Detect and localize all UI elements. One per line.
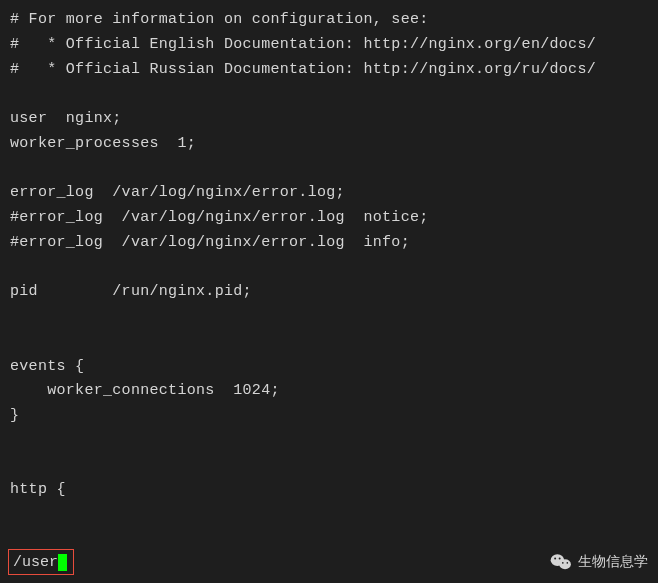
code-line: # * Official English Documentation: http… <box>10 36 596 53</box>
code-line: # * Official Russian Documentation: http… <box>10 61 596 78</box>
code-line: worker_connections 1024; <box>10 382 280 399</box>
search-prefix: / <box>13 554 22 571</box>
code-line: # For more information on configuration,… <box>10 11 429 28</box>
code-line: pid /run/nginx.pid; <box>10 283 252 300</box>
code-line: http { <box>10 481 66 498</box>
search-query: user <box>22 554 58 571</box>
cursor-icon <box>58 554 67 571</box>
svg-point-2 <box>554 557 556 559</box>
code-line: } <box>10 407 19 424</box>
wechat-icon <box>550 553 572 571</box>
watermark: 生物信息学 <box>550 553 648 571</box>
code-line: #error_log /var/log/nginx/error.log noti… <box>10 209 429 226</box>
code-line: error_log /var/log/nginx/error.log; <box>10 184 345 201</box>
code-line: worker_processes 1; <box>10 135 196 152</box>
svg-point-1 <box>559 559 571 569</box>
svg-point-3 <box>559 557 561 559</box>
svg-point-4 <box>562 562 564 564</box>
code-line: events { <box>10 358 84 375</box>
code-editor[interactable]: # For more information on configuration,… <box>10 8 648 503</box>
watermark-text: 生物信息学 <box>578 553 648 571</box>
svg-point-5 <box>566 562 568 564</box>
code-line: user nginx; <box>10 110 122 127</box>
vim-search-box[interactable]: /user <box>8 549 74 575</box>
code-line: #error_log /var/log/nginx/error.log info… <box>10 234 410 251</box>
